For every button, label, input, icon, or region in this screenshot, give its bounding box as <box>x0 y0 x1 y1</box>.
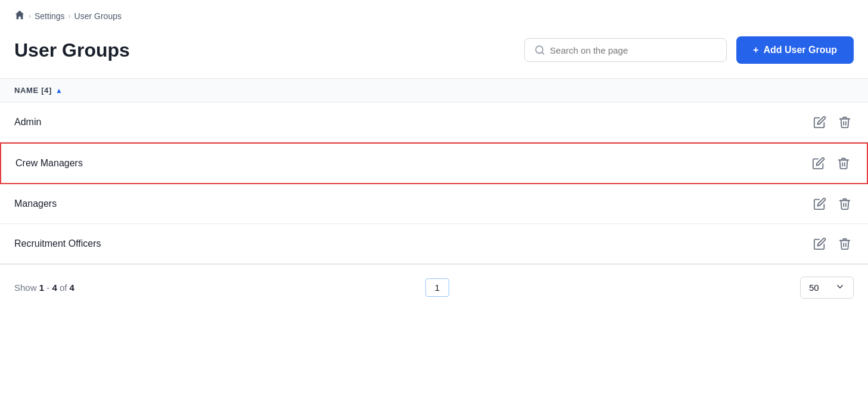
search-icon <box>534 45 545 55</box>
breadcrumb-settings[interactable]: Settings <box>35 11 65 21</box>
edit-button-crew-managers[interactable] <box>810 154 827 172</box>
home-icon <box>14 10 25 22</box>
row-actions-managers <box>811 195 854 213</box>
svg-line-1 <box>542 52 544 54</box>
name-column-header[interactable]: NAME [4] ▲ <box>14 86 63 95</box>
delete-button-recruitment-officers[interactable] <box>836 235 854 253</box>
delete-button-managers[interactable] <box>836 195 854 213</box>
trash-icon <box>838 237 851 250</box>
sort-asc-icon: ▲ <box>55 86 63 95</box>
per-page-selector[interactable]: 50 <box>800 277 854 299</box>
current-page[interactable]: 1 <box>425 278 449 297</box>
trash-icon <box>838 116 851 129</box>
table-row: Recruitment Officers <box>0 224 868 264</box>
row-name-recruitment-officers: Recruitment Officers <box>14 238 101 249</box>
row-actions-recruitment-officers <box>811 235 854 253</box>
add-user-group-button[interactable]: + Add User Group <box>736 36 854 64</box>
row-name-crew-managers: Crew Managers <box>15 158 83 169</box>
breadcrumb: › Settings › User Groups <box>0 0 868 27</box>
header-actions: + Add User Group <box>524 36 854 64</box>
edit-icon <box>812 157 825 170</box>
search-box[interactable] <box>524 38 727 62</box>
table-header: NAME [4] ▲ <box>0 79 868 103</box>
add-button-label: Add User Group <box>763 45 837 55</box>
row-actions-crew-managers <box>810 154 853 172</box>
breadcrumb-separator-2: › <box>69 12 71 20</box>
pagination-bar: Show 1 - 4 of 4 1 50 <box>0 264 868 311</box>
row-name-managers: Managers <box>14 198 57 209</box>
page-header: User Groups + Add User Group <box>0 27 868 78</box>
table-row: Crew Managers <box>0 142 868 184</box>
table-row: Managers <box>0 184 868 224</box>
breadcrumb-separator: › <box>29 12 31 20</box>
breadcrumb-user-groups: User Groups <box>74 11 122 21</box>
plus-icon: + <box>753 45 758 55</box>
row-name-admin: Admin <box>14 117 41 128</box>
column-header-label: NAME [4] <box>14 86 52 95</box>
table-container: NAME [4] ▲ Admin <box>0 78 868 264</box>
edit-button-managers[interactable] <box>811 195 829 213</box>
edit-button-admin[interactable] <box>811 113 829 131</box>
trash-icon <box>838 197 851 210</box>
page-controls: 1 <box>425 278 449 297</box>
edit-button-recruitment-officers[interactable] <box>811 235 829 253</box>
table-row: Admin <box>0 103 868 142</box>
per-page-value: 50 <box>809 283 819 293</box>
delete-button-crew-managers[interactable] <box>835 154 853 172</box>
trash-icon <box>837 157 850 170</box>
show-info: Show 1 - 4 of 4 <box>14 283 74 293</box>
row-actions-admin <box>811 113 854 131</box>
chevron-down-icon <box>835 282 845 293</box>
edit-icon <box>813 197 826 210</box>
delete-button-admin[interactable] <box>836 113 854 131</box>
edit-icon <box>813 116 826 129</box>
search-input[interactable] <box>550 45 717 55</box>
edit-icon <box>813 237 826 250</box>
page-title: User Groups <box>14 39 130 61</box>
